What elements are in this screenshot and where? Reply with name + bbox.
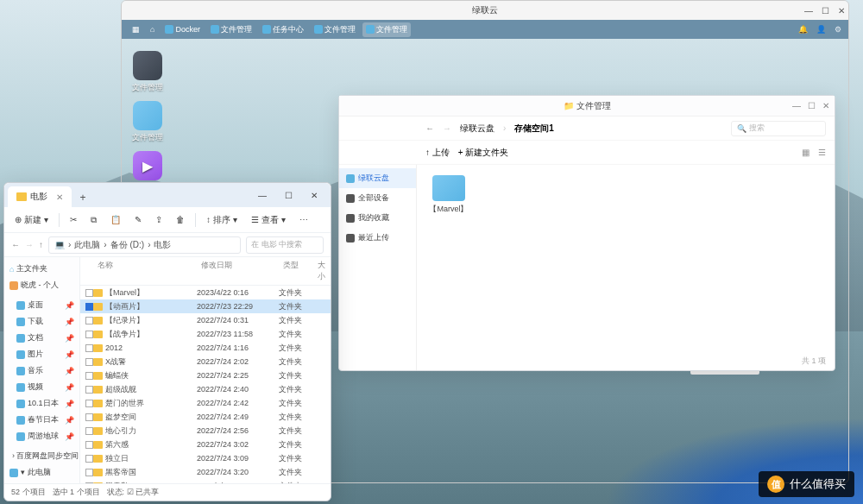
menu-files-3[interactable]: 文件管理 — [362, 22, 411, 37]
share-icon[interactable]: ⇪ — [152, 212, 166, 227]
copy-icon[interactable]: ⧉ — [87, 212, 100, 228]
view-button[interactable]: ☰ 查看 ▾ — [248, 211, 289, 229]
sidebar-item[interactable]: 10.1日本📌 — [4, 395, 79, 412]
minimize-button[interactable]: — — [804, 6, 813, 16]
sidebar-item[interactable]: ▾ 此电脑 — [4, 464, 79, 481]
fm-minimize-button[interactable]: — — [792, 101, 801, 110]
exp-minimize-button[interactable]: — — [249, 183, 275, 207]
upload-button[interactable]: ↑ 上传 — [425, 147, 450, 159]
sidebar-item[interactable]: 音乐📌 — [4, 362, 79, 379]
sidebar-item[interactable]: 桌面📌 — [4, 297, 79, 313]
rename-icon[interactable]: ✎ — [131, 212, 145, 227]
back-button[interactable]: ← — [425, 123, 434, 133]
list-item[interactable]: 【动画片】 2022/7/23 22:29文件夹 — [80, 299, 331, 313]
address-bar[interactable]: 💻 › 此电脑 › 备份 (D:) › 电影 — [48, 236, 241, 254]
list-item[interactable]: X战警 2022/7/24 2:02文件夹 — [80, 355, 331, 369]
apps-icon[interactable]: ▦ — [129, 23, 143, 35]
nav-back-icon[interactable]: ← — [11, 240, 20, 249]
view-list-icon[interactable]: ☰ — [818, 148, 826, 157]
desktop-icon-1[interactable]: 文件管理 — [129, 51, 167, 93]
view-grid-icon[interactable]: ▦ — [802, 148, 809, 157]
sidebar-item[interactable]: 图片📌 — [4, 346, 79, 362]
bell-icon[interactable]: 🔔 — [798, 25, 808, 34]
sidebar-item[interactable]: › 百度网盘同步空间 — [4, 448, 79, 464]
checkbox[interactable] — [85, 441, 93, 449]
sidebar-item[interactable]: 春节日本📌 — [4, 412, 79, 428]
desktop-icon-2[interactable]: 文件管理 — [129, 101, 167, 143]
exp-close-button[interactable]: ✕ — [301, 183, 327, 207]
maximize-button[interactable]: ☐ — [822, 6, 829, 16]
menu-tasks[interactable]: 任务中心 — [259, 22, 307, 37]
breadcrumb-1[interactable]: 绿联云盘 — [460, 123, 494, 135]
list-item[interactable]: 超级战舰 2022/7/24 2:40文件夹 — [80, 382, 331, 396]
sidebar-item[interactable]: 周游地球📌 — [4, 428, 79, 444]
breadcrumb-2[interactable]: 存储空间1 — [514, 123, 554, 135]
fm-sidebar-item[interactable]: 绿联云盘 — [339, 168, 416, 188]
new-tab-button[interactable]: + — [72, 188, 94, 207]
checkbox[interactable] — [85, 455, 93, 463]
folder-marvel[interactable]: 【Marvel】 — [427, 175, 470, 215]
sidebar-item[interactable]: 文档📌 — [4, 330, 79, 346]
tab-close-icon[interactable]: ✕ — [56, 192, 63, 202]
delete-icon[interactable]: 🗑 — [173, 212, 188, 227]
checkbox[interactable] — [85, 413, 93, 421]
list-item[interactable]: 黑客帝国 2022/7/24 3:20文件夹 — [80, 465, 331, 479]
more-button[interactable]: ⋯ — [296, 212, 312, 227]
explorer-tab[interactable]: 电影 ✕ — [8, 186, 72, 207]
sidebar-item[interactable]: 视频📌 — [4, 379, 79, 395]
list-item[interactable]: 独立日 2022/7/24 3:09文件夹 — [80, 451, 331, 465]
sidebar-item[interactable]: ⌂ 主文件夹 — [4, 261, 79, 277]
explorer-search-input[interactable]: 在 电影 中搜索 — [246, 236, 324, 254]
list-item[interactable]: 楚门的世界 2022/7/24 2:42文件夹 — [80, 396, 331, 410]
cut-icon[interactable]: ✂ — [66, 212, 80, 227]
new-button[interactable]: ⊕ 新建 ▾ — [11, 211, 52, 229]
fm-search-input[interactable]: 🔍 搜索 — [731, 121, 826, 136]
fm-sidebar-item[interactable]: 我的收藏 — [339, 208, 416, 228]
list-item[interactable]: 黑天鹅 2022/7/24 3:32文件夹 — [80, 479, 331, 483]
checkbox[interactable] — [85, 331, 93, 338]
list-item[interactable]: 地心引力 2022/7/24 2:56文件夹 — [80, 424, 331, 438]
list-item[interactable]: 【纪录片】 2022/7/24 0:31文件夹 — [80, 313, 331, 327]
checkbox[interactable] — [85, 358, 93, 366]
nav-up-icon[interactable]: ↑ — [39, 240, 43, 249]
sidebar-item[interactable]: 下载📌 — [4, 313, 79, 330]
checkbox[interactable] — [85, 469, 93, 476]
nav-forward-icon[interactable]: → — [25, 240, 34, 249]
checkbox[interactable] — [85, 400, 93, 407]
list-item[interactable]: 第六感 2022/7/24 3:02文件夹 — [80, 438, 331, 451]
exp-maximize-button[interactable]: ☐ — [275, 183, 301, 207]
list-item[interactable]: 【Marvel】 2023/4/22 0:16文件夹 — [80, 286, 331, 299]
checkbox[interactable] — [85, 303, 93, 311]
checkbox[interactable] — [85, 482, 93, 484]
list-item[interactable]: 2012 2022/7/24 1:16文件夹 — [80, 341, 331, 355]
user-icon[interactable]: 👤 — [816, 25, 826, 34]
checkbox[interactable] — [85, 386, 93, 394]
fm-sidebar-item[interactable]: 最近上传 — [339, 228, 416, 248]
new-folder-button[interactable]: + 新建文件夹 — [458, 147, 509, 159]
forward-button[interactable]: → — [443, 123, 451, 133]
sort-button[interactable]: ↕ 排序 ▾ — [203, 211, 241, 229]
fm-sidebar-item[interactable]: 全部设备 — [339, 188, 416, 208]
fm-close-button[interactable]: ✕ — [822, 101, 829, 110]
home-icon[interactable]: ⌂ — [147, 23, 158, 35]
checkbox[interactable] — [85, 317, 93, 324]
menu-docker[interactable]: Docker — [161, 23, 204, 35]
sidebar-item[interactable]: 晓虎 - 个人 — [4, 277, 79, 293]
list-item[interactable]: 蝙蝠侠 2022/7/24 2:25文件夹 — [80, 369, 331, 382]
list-item[interactable]: 【战争片】 2022/7/23 11:58文件夹 — [80, 327, 331, 341]
checkbox[interactable] — [85, 427, 93, 435]
fm-titlebar[interactable]: 📁 文件管理 — ☐ ✕ — [339, 96, 835, 117]
checkbox[interactable] — [85, 344, 93, 352]
desktop-icon-3[interactable]: ▶ — [129, 151, 167, 182]
checkbox[interactable] — [85, 289, 93, 297]
fm-main-area[interactable]: 【Marvel】 共 1 项 — [417, 165, 835, 370]
list-item[interactable]: 盗梦空间 2022/7/24 2:49文件夹 — [80, 410, 331, 424]
checkbox[interactable] — [85, 372, 93, 380]
fm-maximize-button[interactable]: ☐ — [808, 101, 816, 110]
column-headers[interactable]: 名称 修改日期 类型 大小 — [80, 257, 331, 286]
gear-icon[interactable]: ⚙ — [835, 25, 841, 34]
cloud-titlebar[interactable]: 绿联云 — ☐ ✕ — [122, 1, 848, 20]
close-button[interactable]: ✕ — [838, 6, 845, 16]
menu-files-1[interactable]: 文件管理 — [207, 22, 255, 37]
paste-icon[interactable]: 📋 — [107, 212, 124, 227]
